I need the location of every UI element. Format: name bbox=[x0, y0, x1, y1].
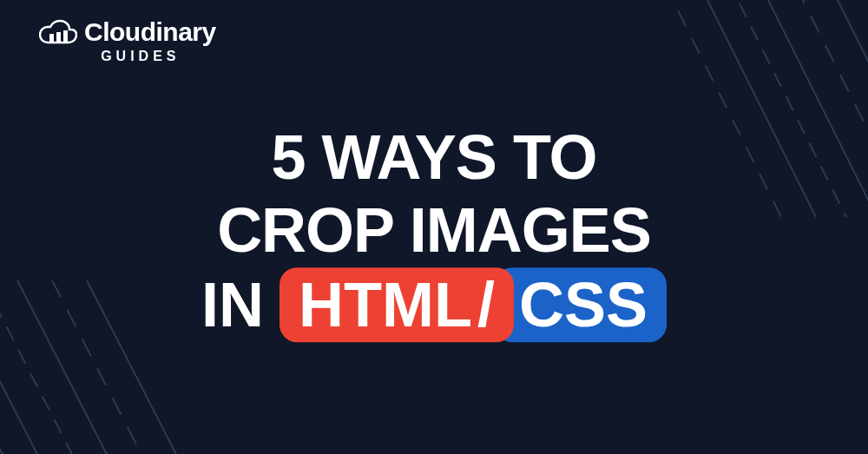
headline-line1: 5 WAYS TO bbox=[0, 121, 868, 194]
headline-line2: CROP IMAGES bbox=[0, 194, 868, 268]
cloudinary-cloud-icon bbox=[39, 19, 77, 45]
headline-prefix: IN bbox=[201, 270, 264, 341]
pill-html-text: HTML bbox=[299, 270, 472, 341]
brand-name: Cloudinary bbox=[84, 17, 216, 47]
headline-line3: IN HTML / CSS bbox=[201, 268, 667, 343]
brand-logo: Cloudinary GUIDES bbox=[39, 17, 216, 64]
brand-subtitle: GUIDES bbox=[101, 49, 180, 64]
pill-css: CSS bbox=[495, 268, 667, 343]
headline: 5 WAYS TO CROP IMAGES IN HTML / CSS bbox=[0, 121, 868, 343]
slash: / bbox=[477, 270, 495, 341]
pill-html: HTML / bbox=[279, 268, 514, 343]
